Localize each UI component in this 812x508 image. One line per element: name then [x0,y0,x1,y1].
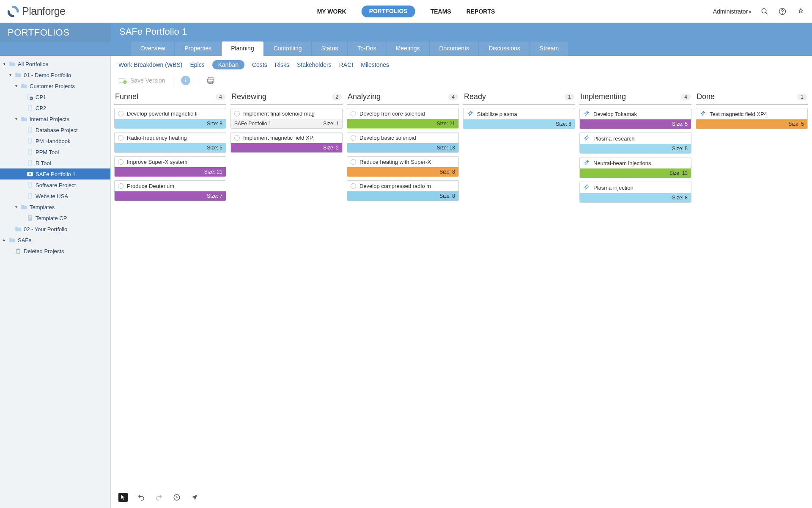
subtab-documents[interactable]: Documents [430,41,478,56]
nav-teams[interactable]: TEAMS [431,6,451,17]
subtab-overview[interactable]: Overview [131,41,174,56]
tree-item-cp1[interactable]: CP1 [0,91,110,102]
tree-doc-icon [26,105,34,111]
subtab-discussions[interactable]: Discussions [479,41,529,56]
svg-rect-33 [16,249,20,254]
card-footer: Size: 7 [115,191,226,201]
subtab-properties[interactable]: Properties [175,41,221,56]
kanban-card[interactable]: Implement magnetic field XP:Size: 2 [230,132,343,153]
tree-item-pm-handbook[interactable]: PM Handbook [0,135,110,146]
kanban-card[interactable]: Neutral-beam injectionsSize: 13 [579,157,691,178]
print-icon[interactable] [206,76,215,85]
tree-item-cp2[interactable]: CP2 [0,102,110,113]
logo[interactable]: Planforge [8,5,66,17]
subtab-planning[interactable]: Planning [222,41,263,56]
tree-toggle-icon[interactable]: ▾ [14,205,19,209]
tree-toggle-icon[interactable]: ▾ [8,73,13,77]
tree-item-r-tool[interactable]: R Tool [0,157,110,168]
tree-item-template-cp[interactable]: Template CP [0,213,110,224]
card-footer: Size: 5 [696,119,807,129]
tree-label: Website USA [36,193,68,199]
kanban-card[interactable]: Stabilize plasmaSize: 8 [463,108,575,129]
info-icon[interactable]: i [181,76,190,85]
tree-toggle-icon[interactable]: ▾ [14,117,19,121]
tree-item-all-portfolios[interactable]: ▾All Portfolios [0,58,110,69]
status-dot-icon [351,159,356,165]
subtab-status[interactable]: Status [312,41,348,56]
kanban-card[interactable]: Radio-frequency heatingSize: 5 [114,132,226,153]
innertab-risks[interactable]: Risks [275,60,289,69]
settings-icon[interactable] [796,7,804,16]
refresh-icon[interactable] [173,493,181,502]
kanban-card[interactable]: Develop TokamakSize: 5 [579,108,691,129]
svg-rect-12 [28,105,32,110]
subtab-to-dos[interactable]: To-Dos [348,41,385,56]
save-version-button[interactable]: Save Version [118,77,165,84]
user-menu[interactable]: Administrator [713,8,751,15]
tree-item-deleted-projects[interactable]: Deleted Projects [0,246,110,257]
top-right: Administrator [713,7,804,16]
tree-label: CP1 [36,94,46,100]
tree-toggle-icon[interactable]: ▸ [2,238,7,242]
tree-safe-icon [26,171,34,177]
innertab-milestones[interactable]: Milestones [361,60,389,69]
innertab-costs[interactable]: Costs [252,60,267,69]
help-icon[interactable] [778,7,787,16]
subtab-controlling[interactable]: Controlling [264,41,311,56]
tree-item-ppm-tool[interactable]: PPM Tool [0,146,110,157]
undo-icon[interactable] [137,493,145,502]
tree-item-safe[interactable]: ▸SAFe [0,235,110,246]
top-nav: MY WORK PORTFOLIOS TEAMS REPORTS [317,6,495,17]
kanban-card[interactable]: Improve Super-X systemSize: 21 [114,156,226,177]
innertab-raci[interactable]: RACI [339,60,353,69]
svg-rect-15 [28,127,32,132]
tree-item-01-demo-portfolio[interactable]: ▾01 - Demo Portfolio [0,69,110,80]
svg-rect-8 [21,85,27,88]
kanban-card[interactable]: Develop basic solenoidSize: 13 [347,132,459,153]
send-icon[interactable] [190,493,199,502]
kanban-card[interactable]: Implement final solenoid magSAFe Portfol… [230,108,343,129]
kanban-card[interactable]: Test magnetic field XP4Size: 5 [696,108,808,129]
card-footer: Size: 13 [580,168,691,178]
tree-item-templates[interactable]: ▾Templates [0,202,110,213]
innertab-kanban[interactable]: Kanban [212,60,244,69]
card-footer: Size: 13 [347,143,458,152]
kanban-card[interactable]: Develop Iron core solenoidSize: 21 [347,108,459,129]
tree-item-website-usa[interactable]: Website USA [0,190,110,202]
card-header: Produce Deuterium [115,181,226,191]
svg-rect-9 [21,84,24,85]
nav-reports[interactable]: REPORTS [466,6,495,17]
tree-toggle-icon[interactable]: ▾ [14,84,19,88]
column-header: Analyzing4 [347,91,459,105]
kanban-card[interactable]: Develop powerful magnetic fiSize: 8 [114,108,226,129]
sub-tabs: OverviewPropertiesPlanningControllingSta… [131,41,812,56]
kanban-card[interactable]: Produce DeuteriumSize: 7 [114,180,226,201]
svg-rect-21 [28,182,32,187]
redo-icon[interactable] [155,493,163,502]
tree-item-safe-portfolio-1[interactable]: SAFe Portfolio 1 [0,168,110,179]
innertab-work-breakdown-wbs-[interactable]: Work Breakdown (WBS) [118,60,182,69]
tree-item-database-project[interactable]: Database Project [0,124,110,135]
innertab-epics[interactable]: Epics [190,60,204,69]
subtab-stream[interactable]: Stream [530,41,568,56]
tree-toggle-icon[interactable]: ▾ [2,62,7,66]
tree-item-customer-projects[interactable]: ▾Customer Projects [0,80,110,91]
kanban-card[interactable]: Develop compressed radio mSize: 8 [347,180,459,201]
card-header: Develop basic solenoid [347,133,458,143]
svg-rect-5 [9,62,12,63]
epic-icon [583,110,590,117]
card-footer: Size: 5 [115,143,226,152]
innertab-stakeholders[interactable]: Stakeholders [297,60,332,69]
search-icon[interactable] [760,7,769,16]
nav-portfolios[interactable]: PORTFOLIOS [362,6,415,17]
kanban-card[interactable]: Reduce heating with Super-XSize: 8 [347,156,459,177]
kanban-card[interactable]: Plasma injectionSize: 8 [579,182,691,203]
nav-mywork[interactable]: MY WORK [317,6,346,17]
tree-item-software-project[interactable]: Software Project [0,179,110,190]
card-title: Neutral-beam injections [593,160,651,166]
cursor-icon[interactable] [118,493,128,502]
tree-item-02-your-portfolio[interactable]: 02 - Your Portfolio [0,224,110,235]
subtab-meetings[interactable]: Meetings [387,41,429,56]
tree-item-internal-projects[interactable]: ▾Internal Projects [0,113,110,124]
kanban-card[interactable]: Plasma researchSize: 5 [579,133,691,154]
